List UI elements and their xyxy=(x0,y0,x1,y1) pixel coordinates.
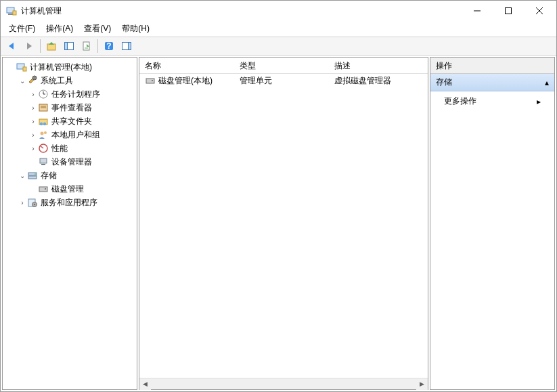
window-title: 计算机管理 xyxy=(21,5,62,17)
svg-point-38 xyxy=(45,188,46,190)
expand-icon[interactable]: › xyxy=(28,104,38,112)
tree-device-manager[interactable]: 设备管理器 xyxy=(26,155,135,169)
column-desc[interactable]: 描述 xyxy=(329,58,428,73)
horizontal-scrollbar[interactable]: ◀ ▶ xyxy=(139,378,428,389)
tree-label: 存储 xyxy=(41,170,57,181)
performance-icon xyxy=(38,143,49,154)
list-pane: 名称 类型 描述 磁盘管理(本地) 管理单元 虚拟磁盘管理器 ◀ ▶ xyxy=(139,57,428,390)
svg-point-43 xyxy=(152,80,153,81)
svg-point-41 xyxy=(34,204,35,205)
item-name: 磁盘管理(本地) xyxy=(158,75,213,87)
expand-icon[interactable]: › xyxy=(28,131,38,139)
action-more[interactable]: 更多操作 ▸ xyxy=(430,91,554,111)
tree-system-tools[interactable]: ⌄ 系统工具 xyxy=(15,74,135,87)
tree-storage[interactable]: ⌄ 存储 xyxy=(15,169,135,182)
svg-rect-1 xyxy=(8,14,13,15)
scroll-left-button[interactable]: ◀ xyxy=(139,378,151,390)
svg-rect-33 xyxy=(41,164,45,165)
users-icon xyxy=(38,129,49,140)
svg-rect-32 xyxy=(40,158,47,163)
svg-point-26 xyxy=(40,123,43,125)
forward-button[interactable] xyxy=(21,38,37,54)
minimize-button[interactable] xyxy=(462,1,493,21)
back-button[interactable] xyxy=(3,38,20,54)
menu-file[interactable]: 文件(F) xyxy=(3,21,41,37)
collapse-arrow-icon: ▴ xyxy=(545,78,549,87)
maximize-button[interactable] xyxy=(493,1,524,21)
tree-label: 磁盘管理 xyxy=(51,183,84,195)
svg-rect-42 xyxy=(146,79,154,83)
cell-name: 磁盘管理(本地) xyxy=(139,74,234,88)
action-pane: 操作 存储 ▴ 更多操作 ▸ xyxy=(430,57,555,390)
tree-label: 共享文件夹 xyxy=(51,116,92,127)
svg-rect-17 xyxy=(23,67,26,71)
app-icon xyxy=(6,5,17,16)
svg-point-18 xyxy=(32,76,37,80)
scroll-track[interactable] xyxy=(151,378,416,390)
tree-services-apps[interactable]: › 服务和应用程序 xyxy=(15,196,135,209)
export-button[interactable] xyxy=(79,38,95,54)
tools-icon xyxy=(27,75,38,86)
svg-rect-2 xyxy=(13,11,16,15)
toolbar-separator xyxy=(40,39,41,53)
tree-label: 任务计划程序 xyxy=(51,89,100,100)
scroll-right-button[interactable]: ▶ xyxy=(416,378,428,390)
column-name[interactable]: 名称 xyxy=(139,58,234,73)
title-bar: 计算机管理 xyxy=(1,1,556,21)
action-category-label: 存储 xyxy=(436,77,452,88)
tree-label: 计算机管理(本地) xyxy=(30,62,92,73)
svg-rect-7 xyxy=(47,44,55,50)
action-label: 更多操作 xyxy=(444,95,476,107)
up-button[interactable] xyxy=(43,38,60,54)
tree-label: 事件查看器 xyxy=(51,102,92,114)
shared-folder-icon xyxy=(38,116,49,127)
expand-icon[interactable]: › xyxy=(28,91,38,98)
list-item[interactable]: 磁盘管理(本地) 管理单元 虚拟磁盘管理器 xyxy=(139,74,428,87)
expand-icon[interactable]: › xyxy=(28,145,38,152)
tree-label: 本地用户和组 xyxy=(51,129,100,141)
action-category-storage[interactable]: 存储 ▴ xyxy=(430,74,554,91)
storage-icon xyxy=(27,170,38,181)
toolbar: ? xyxy=(1,37,556,56)
tree-pane[interactable]: 计算机管理(本地) ⌄ 系统工具 › 任务计划程序 › 事件查看器 xyxy=(2,57,137,390)
cell-desc: 虚拟磁盘管理器 xyxy=(329,74,428,88)
menu-bar: 文件(F) 操作(A) 查看(V) 帮助(H) xyxy=(1,21,556,37)
cell-type: 管理单元 xyxy=(234,74,329,88)
help-button[interactable]: ? xyxy=(101,38,117,54)
event-icon xyxy=(38,102,49,113)
tree-task-scheduler[interactable]: › 任务计划程序 xyxy=(26,87,135,101)
column-type[interactable]: 类型 xyxy=(234,58,329,73)
tree-disk-management[interactable]: 磁盘管理 xyxy=(26,182,135,196)
svg-point-27 xyxy=(43,123,46,125)
menu-action[interactable]: 操作(A) xyxy=(41,21,79,37)
device-icon xyxy=(38,156,49,167)
tree-label: 系统工具 xyxy=(41,75,73,87)
disk-icon xyxy=(145,75,156,86)
collapse-icon[interactable]: ⌄ xyxy=(18,172,27,179)
tree-performance[interactable]: › 性能 xyxy=(26,141,135,155)
svg-point-36 xyxy=(35,173,36,175)
menu-help[interactable]: 帮助(H) xyxy=(116,21,155,37)
svg-rect-37 xyxy=(39,187,47,192)
action-pane-button[interactable] xyxy=(118,38,135,54)
tree-event-viewer[interactable]: › 事件查看器 xyxy=(26,101,135,114)
services-icon xyxy=(27,197,38,208)
show-hide-tree-button[interactable] xyxy=(61,38,77,54)
tree-label: 设备管理器 xyxy=(51,156,92,168)
expand-icon[interactable]: › xyxy=(28,118,38,125)
svg-rect-35 xyxy=(28,176,37,179)
toolbar-separator xyxy=(97,39,98,53)
computer-mgmt-icon xyxy=(16,62,27,72)
svg-rect-4 xyxy=(506,8,512,14)
close-button[interactable] xyxy=(524,1,555,21)
tree-root[interactable]: 计算机管理(本地) xyxy=(4,60,135,74)
collapse-icon[interactable]: ⌄ xyxy=(18,77,27,85)
action-pane-header: 操作 xyxy=(430,58,554,74)
tree-shared-folders[interactable]: › 共享文件夹 xyxy=(26,114,135,128)
tree-local-users[interactable]: › 本地用户和组 xyxy=(26,128,135,141)
chevron-right-icon: ▸ xyxy=(537,97,541,106)
menu-view[interactable]: 查看(V) xyxy=(79,21,116,37)
svg-rect-9 xyxy=(65,43,68,50)
work-area: 计算机管理(本地) ⌄ 系统工具 › 任务计划程序 › 事件查看器 xyxy=(1,56,556,391)
expand-icon[interactable]: › xyxy=(18,199,27,206)
